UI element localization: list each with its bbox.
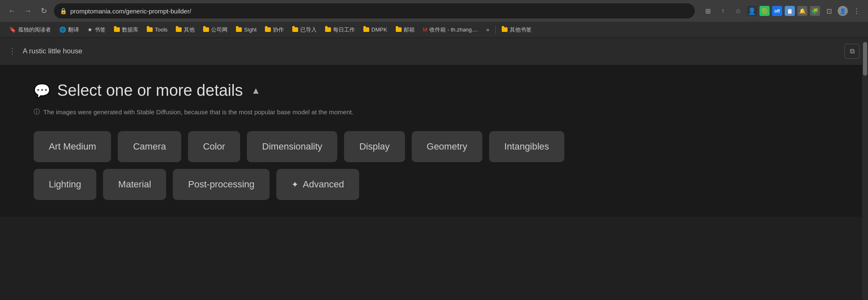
category-postprocessing[interactable]: Post-processing <box>173 169 270 200</box>
lock-icon: 🔒 <box>60 8 67 14</box>
main-section: 💬 Select one or more details ▲ ⓘ The ima… <box>0 65 868 217</box>
category-art-medium-label: Art Medium <box>49 141 96 152</box>
categories-grid: Art Medium Camera Color Dimensionality D… <box>34 131 834 162</box>
category-intangibles[interactable]: Intangibles <box>489 131 564 162</box>
reload-button[interactable]: ↻ <box>37 4 50 18</box>
bookmark-collab[interactable]: 协作 <box>262 24 287 35</box>
url-text: promptomania.com/generic-prompt-builder/ <box>70 8 191 15</box>
bookmark-shuqian-label: 书签 <box>95 26 106 34</box>
category-art-medium[interactable]: Art Medium <box>34 131 111 162</box>
page-content: ⋮ A rustic little house ⧉ 💬 Select one o… <box>0 38 868 217</box>
ext-notify-icon: 🔔 <box>797 6 807 16</box>
category-display-label: Display <box>359 141 389 152</box>
folder-icon-database <box>114 27 120 32</box>
bookmark-duxing[interactable]: 🔖 孤独的阅读者 <box>6 24 54 35</box>
info-text: The images were generated with Stable Di… <box>43 108 354 116</box>
section-title: Select one or more details <box>57 82 243 100</box>
bookmark-company-label: 公司网 <box>211 26 228 34</box>
bookmark-sight-label: Sight <box>244 26 257 33</box>
copy-button[interactable]: ⧉ <box>844 44 860 59</box>
bookmark-daily[interactable]: 每日工作 <box>322 24 358 35</box>
prompt-bar: ⋮ A rustic little house ⧉ <box>0 38 868 65</box>
category-geometry-label: Geometry <box>427 141 468 152</box>
category-lighting-label: Lighting <box>49 179 81 190</box>
bookmarks-bar: 🔖 孤独的阅读者 🌐 翻译 ★ 书签 数据库 Tools 其他 公司网 <box>0 22 868 38</box>
evernote-icon: 🟢 <box>760 6 770 16</box>
more-menu-icon[interactable]: ⋮ <box>850 5 863 17</box>
bookmark-other-label: 其他 <box>184 26 195 34</box>
bookmark-gmail-label: 收件箱 - th.zhang.... <box>429 26 478 34</box>
bookmark-fanyi-icon: 🌐 <box>59 26 66 33</box>
folder-icon-sight <box>236 27 242 32</box>
bookmark-other-bookmarks[interactable]: 其他书签 <box>498 24 535 35</box>
folder-icon-email <box>396 27 402 32</box>
translate-icon[interactable]: ⊞ <box>701 5 714 17</box>
category-color-label: Color <box>203 141 225 152</box>
bookmark-dmpk-label: DMPK <box>371 26 387 33</box>
back-button[interactable]: ← <box>5 4 19 18</box>
bookmark-dmpk[interactable]: DMPK <box>360 25 391 34</box>
scrollbar-thumb[interactable] <box>863 42 867 76</box>
chevron-up-icon[interactable]: ▲ <box>251 85 260 96</box>
bookmark-other[interactable]: 其他 <box>172 24 198 35</box>
category-intangibles-label: Intangibles <box>504 141 549 152</box>
folder-icon-imported <box>292 27 298 32</box>
share-icon[interactable]: ↑ <box>717 5 729 17</box>
bookmark-duxing-icon: 🔖 <box>9 26 16 33</box>
address-bar[interactable]: 🔒 promptomania.com/generic-prompt-builde… <box>54 3 695 18</box>
bookmarks-divider <box>495 26 496 34</box>
folder-icon-collab <box>265 27 271 32</box>
ext-clipboard-icon: 📋 <box>785 6 795 16</box>
category-lighting[interactable]: Lighting <box>34 169 96 200</box>
folder-icon-company <box>203 27 209 32</box>
section-icon: 💬 <box>34 83 50 99</box>
gmail-icon: M <box>423 26 428 33</box>
bookmark-imported[interactable]: 已导入 <box>289 24 320 35</box>
star-icon[interactable]: ☆ <box>732 5 744 17</box>
category-camera[interactable]: Camera <box>118 131 181 162</box>
bookmark-duxing-label: 孤独的阅读者 <box>18 26 51 34</box>
bookmark-gmail[interactable]: M 收件箱 - th.zhang.... <box>420 24 482 35</box>
bookmark-daily-label: 每日工作 <box>333 26 355 34</box>
folder-icon-daily <box>325 27 331 32</box>
nav-buttons: ← → ↻ <box>5 4 50 18</box>
toolbar-icons: ⊞ ↑ ☆ 👤 🟢 off 📋 🔔 🧩 ⊡ 👤 ⋮ <box>701 5 863 17</box>
category-camera-label: Camera <box>133 141 166 152</box>
bookmark-fanyi-label: 翻译 <box>68 26 79 34</box>
folder-icon-other <box>176 27 182 32</box>
copy-icon: ⧉ <box>850 47 855 55</box>
bookmark-shuqian[interactable]: ★ 书签 <box>84 24 109 35</box>
category-material-label: Material <box>118 179 151 190</box>
bookmark-company[interactable]: 公司网 <box>200 24 231 35</box>
sparkle-icon: ✦ <box>291 179 299 189</box>
category-geometry[interactable]: Geometry <box>412 131 483 162</box>
profile-icon: 👤 <box>747 6 757 16</box>
bookmark-database[interactable]: 数据库 <box>111 24 142 35</box>
folder-icon-other-bookmarks <box>502 27 508 32</box>
info-icon: ⓘ <box>34 108 40 116</box>
side-panel-icon[interactable]: ⊡ <box>823 5 835 17</box>
category-advanced[interactable]: ✦ Advanced <box>276 169 359 200</box>
category-material[interactable]: Material <box>103 169 166 200</box>
bookmark-more-label: » <box>486 26 489 33</box>
prompt-menu-icon[interactable]: ⋮ <box>8 47 16 56</box>
category-display[interactable]: Display <box>344 131 405 162</box>
folder-icon-dmpk <box>363 27 369 32</box>
bookmark-imported-label: 已导入 <box>300 26 317 34</box>
category-dimensionality[interactable]: Dimensionality <box>247 131 337 162</box>
bookmark-more[interactable]: » <box>483 25 492 34</box>
bookmark-sight[interactable]: Sight <box>233 25 260 34</box>
bookmark-tools-label: Tools <box>155 26 167 33</box>
bookmark-email[interactable]: 邮箱 <box>392 24 418 35</box>
bookmark-fanyi[interactable]: 🌐 翻译 <box>56 24 82 35</box>
folder-icon-tools <box>147 27 153 32</box>
prompt-text: A rustic little house <box>23 47 838 55</box>
forward-button[interactable]: → <box>21 4 34 18</box>
browser-frame: ← → ↻ 🔒 promptomania.com/generic-prompt-… <box>0 0 868 38</box>
ext-off-icon: off <box>772 6 782 16</box>
category-color[interactable]: Color <box>188 131 241 162</box>
category-postprocessing-label: Post-processing <box>188 179 254 190</box>
bookmark-tools[interactable]: Tools <box>143 25 171 34</box>
scrollbar[interactable] <box>862 38 868 300</box>
section-title-row: 💬 Select one or more details ▲ <box>34 82 834 100</box>
